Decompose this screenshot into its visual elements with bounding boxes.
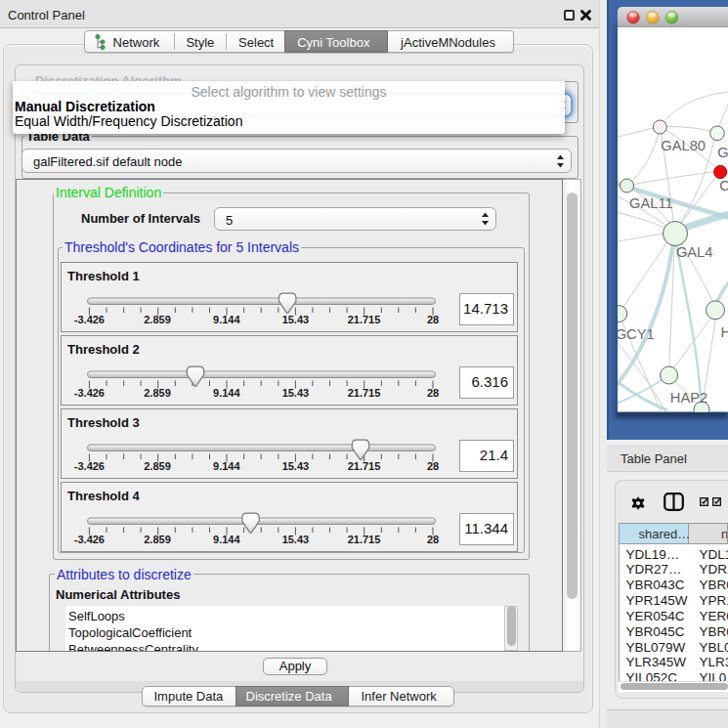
svg-text:9.144: 9.144 [213,313,240,324]
svg-text:28: 28 [427,459,439,471]
svg-text:15.43: 15.43 [282,313,310,324]
svg-text:15.43: 15.43 [282,386,310,398]
svg-text:H: H [721,324,728,340]
svg-text:21.715: 21.715 [348,313,381,324]
svg-text:-3.426: -3.426 [74,313,105,324]
svg-text:15.43: 15.43 [282,459,310,471]
svg-text:GAL4: GAL4 [676,244,713,260]
svg-text:21.715: 21.715 [348,386,381,398]
svg-text:28: 28 [427,313,439,324]
svg-text:2.859: 2.859 [144,386,171,398]
svg-text:9.144: 9.144 [213,459,240,471]
svg-text:9.144: 9.144 [213,386,240,398]
svg-text:-3.426: -3.426 [74,533,105,544]
svg-text:21.715: 21.715 [348,533,381,544]
svg-text:-3.426: -3.426 [74,459,105,471]
svg-text:2.859: 2.859 [144,313,171,324]
svg-text:-3.426: -3.426 [74,386,105,398]
svg-text:C: C [719,178,728,193]
svg-text:21.715: 21.715 [348,459,381,471]
svg-text:HAP2: HAP2 [670,390,707,406]
svg-text:28: 28 [427,386,439,398]
svg-text:9.144: 9.144 [213,533,240,544]
svg-text:GCY1: GCY1 [616,326,655,342]
svg-text:15.43: 15.43 [282,533,310,544]
svg-text:GA: GA [717,145,728,160]
svg-text:2.859: 2.859 [144,459,171,471]
svg-text:28: 28 [427,533,439,544]
svg-text:GAL11: GAL11 [629,195,673,211]
svg-text:2.859: 2.859 [144,533,171,544]
svg-text:GAL80: GAL80 [661,138,706,153]
